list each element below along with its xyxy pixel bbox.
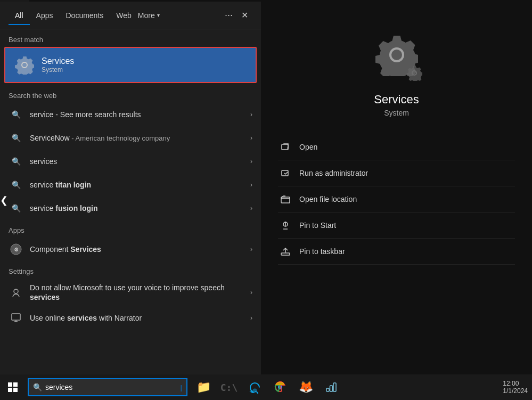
component-services-item[interactable]: ⚙ Component Services › bbox=[0, 238, 261, 261]
settings-narrator-icon bbox=[9, 311, 23, 325]
apps-section-label: Apps bbox=[0, 220, 261, 238]
best-match-text: Services System bbox=[42, 56, 74, 74]
best-match-sub: System bbox=[42, 66, 74, 74]
result-text-1: service - See more search results bbox=[30, 110, 246, 119]
firefox-icon[interactable]: 🦊 bbox=[294, 375, 317, 399]
services-gear-icon bbox=[14, 54, 35, 76]
best-match-label: Best match bbox=[0, 29, 261, 47]
svg-rect-7 bbox=[281, 253, 290, 255]
result-row-services[interactable]: 🔍 services › bbox=[0, 150, 261, 173]
result-text-4: service titan login bbox=[30, 180, 246, 190]
result-text-3: services bbox=[30, 157, 246, 166]
result-text-5: service fusion login bbox=[30, 203, 246, 213]
taskbar-clock: 12:001/1/2024 bbox=[503, 380, 528, 395]
tab-documents[interactable]: Documents bbox=[59, 7, 110, 24]
pinstart-icon bbox=[278, 218, 293, 233]
settings-section-label: Settings bbox=[0, 261, 261, 279]
runas-icon bbox=[278, 166, 293, 181]
settings-narrator-text: Use online services with Narrator bbox=[30, 313, 246, 323]
result-row-fusion[interactable]: 🔍 service fusion login › bbox=[0, 197, 261, 220]
settings-speech-arrow: › bbox=[250, 289, 252, 296]
settings-row-speech[interactable]: Do not allow Microsoft to use your voice… bbox=[0, 279, 261, 306]
tab-more[interactable]: More ▾ bbox=[138, 11, 160, 20]
search-loop-icon-2: 🔍 bbox=[9, 130, 23, 145]
edge-icon[interactable] bbox=[243, 375, 266, 399]
search-panel: All Apps Documents Web More ▾ ··· ✕ Best… bbox=[0, 2, 261, 374]
svg-text:⚙: ⚙ bbox=[14, 247, 19, 252]
detail-action-pinstart[interactable]: Pin to Start bbox=[278, 213, 515, 239]
settings-row-narrator[interactable]: Use online services with Narrator › bbox=[0, 306, 261, 330]
detail-title: Services bbox=[374, 93, 419, 107]
windows-logo-icon bbox=[8, 382, 18, 392]
svg-point-2 bbox=[14, 289, 18, 293]
detail-action-runas-label: Run as administrator bbox=[299, 169, 368, 177]
taskbar-search-icon: 🔍 bbox=[33, 383, 42, 391]
taskbar: 🔍 | 📁 C:\ 🦊 bbox=[0, 374, 532, 400]
cursor-indicator: | bbox=[181, 383, 182, 391]
result-arrow-2: › bbox=[250, 134, 252, 142]
start-button[interactable] bbox=[0, 374, 26, 400]
detail-gear-icon bbox=[375, 34, 418, 84]
component-services-text: Component Services bbox=[30, 245, 101, 254]
search-loop-icon-3: 🔍 bbox=[9, 154, 23, 169]
svg-rect-11 bbox=[333, 383, 336, 391]
tab-more-arrow: ▾ bbox=[157, 12, 160, 18]
detail-action-open-label: Open bbox=[299, 143, 317, 151]
detail-action-open[interactable]: Open bbox=[278, 134, 515, 160]
result-row-titan[interactable]: 🔍 service titan login › bbox=[0, 173, 261, 197]
result-arrow-5: › bbox=[250, 205, 252, 212]
taskbar-search-input[interactable] bbox=[45, 383, 179, 391]
tab-all[interactable]: All bbox=[9, 7, 30, 24]
component-services-icon: ⚙ bbox=[9, 242, 23, 257]
settings-speech-icon bbox=[9, 285, 23, 300]
result-arrow-1: › bbox=[250, 111, 252, 118]
svg-rect-6 bbox=[281, 197, 290, 203]
svg-rect-9 bbox=[326, 388, 329, 391]
result-text-2: ServiceNow - American technology company bbox=[30, 133, 246, 143]
left-edge-arrow[interactable]: ❮ bbox=[0, 194, 8, 206]
detail-sub: System bbox=[384, 109, 409, 117]
taskbar-pinned-apps: 📁 C:\ 🦊 bbox=[192, 375, 343, 399]
chrome-icon[interactable] bbox=[268, 375, 292, 399]
best-match-item[interactable]: Services System bbox=[4, 47, 257, 83]
cmd-icon[interactable]: C:\ bbox=[217, 375, 241, 399]
tab-more-label: More bbox=[138, 11, 155, 20]
taskbar-tray: 12:001/1/2024 bbox=[498, 374, 532, 400]
detail-action-pintaskbar-label: Pin to taskbar bbox=[299, 247, 345, 256]
file-explorer-icon[interactable]: 📁 bbox=[192, 375, 215, 399]
detail-gear-badge-icon bbox=[406, 65, 422, 84]
open-icon bbox=[278, 140, 293, 154]
result-arrow-3: › bbox=[250, 158, 252, 165]
search-loop-icon-5: 🔍 bbox=[9, 201, 23, 216]
tab-apps[interactable]: Apps bbox=[30, 7, 60, 24]
detail-action-fileloc-label: Open file location bbox=[299, 195, 357, 203]
tab-bar: All Apps Documents Web More ▾ ··· ✕ bbox=[0, 2, 261, 29]
svg-rect-3 bbox=[12, 314, 20, 320]
tab-ellipsis[interactable]: ··· bbox=[220, 7, 237, 23]
search-web-label: Search the web bbox=[0, 85, 261, 103]
detail-action-runas[interactable]: Run as administrator bbox=[278, 160, 515, 186]
detail-action-pinstart-label: Pin to Start bbox=[299, 221, 336, 230]
best-match-name: Services bbox=[42, 56, 74, 66]
pintaskbar-icon bbox=[278, 244, 293, 259]
svg-rect-4 bbox=[282, 144, 288, 150]
detail-action-fileloc[interactable]: Open file location bbox=[278, 186, 515, 213]
svg-rect-10 bbox=[330, 386, 333, 391]
settings-speech-text: Do not allow Microsoft to use your voice… bbox=[30, 283, 246, 302]
detail-panel: Services System Open Run as administrato… bbox=[261, 2, 532, 374]
search-loop-icon-1: 🔍 bbox=[9, 107, 23, 122]
panel-content: Best match Services System Search the we… bbox=[0, 29, 261, 374]
network-icon[interactable] bbox=[320, 375, 343, 399]
result-row-service-more[interactable]: 🔍 service - See more search results › bbox=[0, 103, 261, 126]
taskbar-search-box[interactable]: 🔍 | bbox=[28, 378, 187, 396]
settings-narrator-arrow: › bbox=[250, 314, 252, 322]
component-services-arrow: › bbox=[250, 246, 252, 253]
detail-action-pintaskbar[interactable]: Pin to taskbar bbox=[278, 239, 515, 265]
detail-actions: Open Run as administrator Open file loca… bbox=[261, 134, 532, 265]
tab-web[interactable]: Web bbox=[110, 7, 138, 24]
search-loop-icon-4: 🔍 bbox=[9, 177, 23, 192]
fileloc-icon bbox=[278, 192, 293, 207]
result-row-servicenow[interactable]: 🔍 ServiceNow - American technology compa… bbox=[0, 126, 261, 150]
tab-close[interactable]: ✕ bbox=[237, 8, 252, 22]
result-arrow-4: › bbox=[250, 181, 252, 189]
